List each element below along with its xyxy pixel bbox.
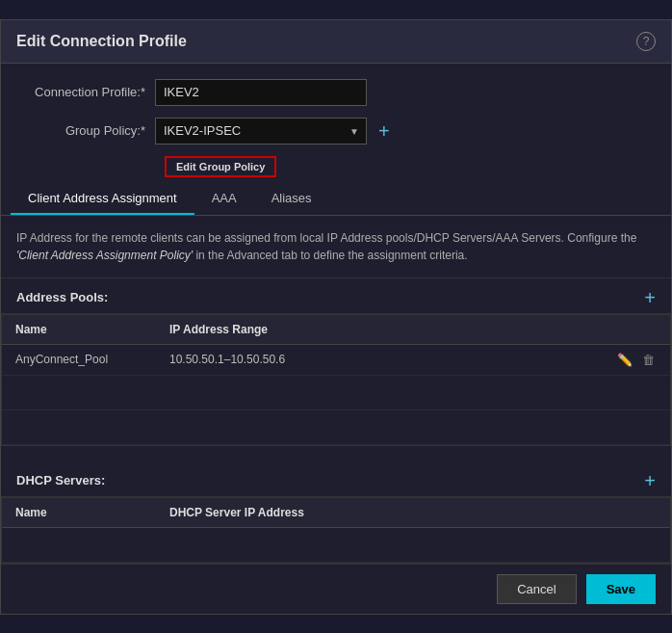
group-policy-row: Group Policy:* IKEV2-IPSEC ▼ + (20, 118, 652, 145)
dialog-footer: Cancel Save (1, 564, 671, 614)
dhcp-empty-row-1 (2, 527, 670, 562)
delete-pool-button[interactable]: 🗑 (640, 353, 657, 367)
dialog-header: Edit Connection Profile ? (1, 20, 671, 64)
connection-profile-row: Connection Profile:* (20, 79, 652, 106)
tabs-area: Client Address Assignment AAA Aliases (1, 177, 671, 216)
empty-cell-4 (2, 409, 156, 444)
tabs-container: Client Address Assignment AAA Aliases (1, 183, 671, 215)
action-icons: ✏️ 🗑 (615, 353, 657, 367)
dhcp-col-header-name: Name (2, 498, 156, 528)
edit-group-policy-button[interactable]: Edit Group Policy (165, 156, 276, 177)
address-pools-header-row: Name IP Address Range (2, 315, 670, 345)
select-container: IKEV2-IPSEC ▼ (155, 118, 367, 145)
table-row: AnyConnect_Pool 10.50.50.1–10.50.50.6 ✏️… (2, 344, 670, 375)
address-pools-table-container: Name IP Address Range AnyConnect_Pool 10… (1, 314, 671, 446)
edit-pool-button[interactable]: ✏️ (615, 353, 634, 367)
col-header-action (602, 315, 670, 345)
tab-client-address-assignment[interactable]: Client Address Assignment (11, 183, 194, 215)
dhcp-servers-table: Name DHCP Server IP Address (2, 498, 670, 563)
dhcp-col-header-action (612, 498, 670, 528)
pool-name-cell: AnyConnect_Pool (2, 344, 156, 375)
form-area: Connection Profile:* Group Policy:* IKEV… (1, 64, 671, 177)
group-policy-label: Group Policy:* (20, 123, 155, 138)
group-policy-select[interactable]: IKEV2-IPSEC (155, 118, 367, 145)
address-pools-header: Address Pools: + (1, 278, 671, 314)
add-address-pool-button[interactable]: + (644, 288, 656, 307)
empty-cell-3 (602, 375, 670, 409)
save-button[interactable]: Save (586, 574, 656, 604)
pool-ip-range-cell: 10.50.50.1–10.50.50.6 (156, 344, 602, 375)
dhcp-empty-cell-2 (156, 527, 612, 562)
cancel-button[interactable]: Cancel (497, 574, 576, 604)
dialog-title: Edit Connection Profile (16, 33, 187, 50)
add-group-policy-button[interactable]: + (375, 121, 394, 141)
address-pools-title: Address Pools: (16, 290, 108, 304)
connection-profile-input[interactable] (155, 79, 367, 106)
tab-aliases[interactable]: Aliases (254, 183, 329, 215)
col-header-name: Name (2, 315, 156, 345)
empty-row-2 (2, 409, 670, 444)
dhcp-empty-cell-1 (2, 527, 156, 562)
empty-cell-2 (156, 375, 602, 409)
tab-aaa[interactable]: AAA (194, 183, 254, 215)
edit-connection-profile-dialog: Edit Connection Profile ? Connection Pro… (0, 19, 672, 615)
pool-actions-cell: ✏️ 🗑 (602, 344, 670, 375)
group-policy-select-wrapper: IKEV2-IPSEC ▼ + (155, 118, 394, 145)
content-area: IP Address for the remote clients can be… (1, 216, 671, 564)
help-icon[interactable]: ? (636, 32, 656, 51)
add-dhcp-server-button[interactable]: + (644, 471, 656, 490)
col-header-ip: IP Address Range (156, 315, 602, 345)
dhcp-col-header-ip: DHCP Server IP Address (156, 498, 612, 528)
description-text: IP Address for the remote clients can be… (1, 216, 671, 278)
dhcp-servers-header: DHCP Servers: + (1, 462, 671, 497)
empty-cell-1 (2, 375, 156, 409)
empty-row-1 (2, 375, 670, 409)
address-pools-table: Name IP Address Range AnyConnect_Pool 10… (2, 315, 670, 445)
dhcp-servers-table-container: Name DHCP Server IP Address (1, 497, 671, 564)
connection-profile-label: Connection Profile:* (20, 85, 155, 99)
empty-cell-6 (602, 409, 670, 444)
edit-group-policy-row: Edit Group Policy (20, 156, 652, 177)
empty-cell-5 (156, 409, 602, 444)
dhcp-header-row: Name DHCP Server IP Address (2, 498, 670, 528)
description-line1: IP Address for the remote clients can be… (16, 231, 636, 262)
dhcp-empty-cell-3 (612, 527, 670, 562)
dhcp-servers-title: DHCP Servers: (16, 473, 105, 488)
